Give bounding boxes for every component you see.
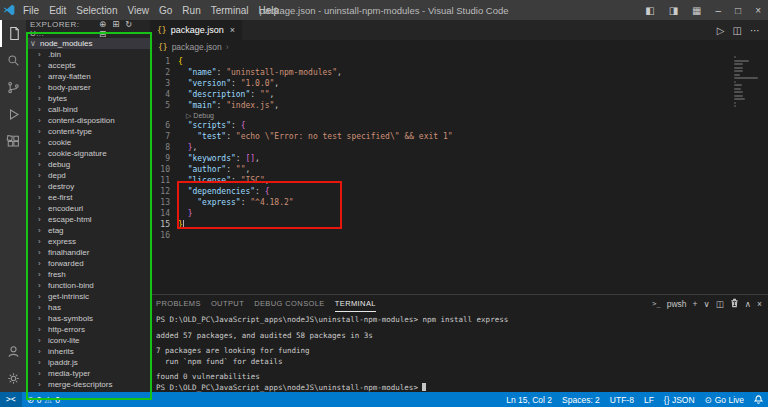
close-window-button[interactable]: × [748, 0, 768, 20]
line-text: "scripts": { [178, 120, 245, 131]
tree-item-function-bind[interactable]: ›function-bind [26, 280, 150, 291]
code-line-6: 6 "scripts": { [150, 120, 768, 131]
line-number: 14 [150, 208, 178, 219]
menu-edit[interactable]: Edit [44, 5, 71, 16]
problems-indicator[interactable]: ⊘ 0 ⚠ 0 [22, 395, 65, 405]
menu-selection[interactable]: Selection [71, 5, 122, 16]
status-utf-8[interactable]: UTF-8 [605, 392, 639, 407]
tree-item-content-type[interactable]: ›content-type [26, 126, 150, 137]
status-ln-15-col-2[interactable]: Ln 15, Col 2 [501, 392, 557, 407]
titlebar: FileEditSelectionViewGoRunTerminalHelp p… [0, 0, 768, 20]
code-line-15: 15} [150, 219, 768, 230]
tree-item-bytes[interactable]: ›bytes [26, 93, 150, 104]
tree-item-etag[interactable]: ›etag [26, 225, 150, 236]
minimize-button[interactable]: – [709, 0, 729, 20]
tree-item-call-bind[interactable]: ›call-bind [26, 104, 150, 115]
tree-item-fresh[interactable]: ›fresh [26, 269, 150, 280]
tree-item-.bin[interactable]: ›.bin [26, 49, 150, 60]
menu-file[interactable]: File [18, 5, 44, 16]
tree-item-content-disposition[interactable]: ›content-disposition [26, 115, 150, 126]
status-spaces-2[interactable]: Spaces: 2 [557, 392, 605, 407]
menu-run[interactable]: Run [177, 5, 205, 16]
panel-tab-output[interactable]: OUTPUT [211, 296, 244, 312]
maximize-panel-icon[interactable]: ∧ [745, 299, 751, 309]
tree-item-body-parser[interactable]: ›body-parser [26, 82, 150, 93]
refresh-icon[interactable]: ↻ [125, 20, 133, 29]
tab-package-json[interactable]: {} package.json × [150, 20, 243, 40]
split-terminal-icon[interactable]: ◫ [716, 299, 724, 309]
terminal-content[interactable]: PS D:\OLD_PC\JavaScript_apps\nodeJS\unin… [150, 313, 768, 392]
split-editor-icon[interactable]: ◫ [733, 25, 742, 36]
panel-tab-debug-console[interactable]: DEBUG CONSOLE [254, 296, 325, 312]
close-panel-icon[interactable]: × [757, 299, 762, 309]
toggle-sidebar-icon[interactable]: ◧ [638, 0, 661, 20]
tree-item-http-errors[interactable]: ›http-errors [26, 324, 150, 335]
tree-item-iconv-lite[interactable]: ›iconv-lite [26, 335, 150, 346]
tree-item-destroy[interactable]: ›destroy [26, 181, 150, 192]
run-debug-icon[interactable] [0, 101, 26, 128]
tree-item-escape-html[interactable]: ›escape-html [26, 214, 150, 225]
new-folder-icon[interactable]: ⊞ [112, 20, 120, 29]
search-icon[interactable] [0, 47, 26, 74]
tree-item-finalhandler[interactable]: ›finalhandler [26, 247, 150, 258]
tree-item-debug[interactable]: ›debug [26, 159, 150, 170]
tree-item-has[interactable]: ›has [26, 302, 150, 313]
remote-indicator[interactable]: >< [0, 392, 22, 407]
minimap-line [734, 81, 736, 83]
tree-item-encodeurl[interactable]: ›encodeurl [26, 203, 150, 214]
tree-item-merge-descriptors[interactable]: ›merge-descriptors [26, 379, 150, 390]
minimap[interactable] [734, 56, 760, 112]
menu-terminal[interactable]: Terminal [206, 5, 254, 16]
line-text: "name": "uninstall-npm-modules", [178, 67, 342, 78]
close-tab-icon[interactable]: × [230, 25, 235, 35]
tree-item-has-symbols[interactable]: ›has-symbols [26, 313, 150, 324]
menu-view[interactable]: View [123, 5, 155, 16]
code-line-11: 11 "license": "ISC", [150, 175, 768, 186]
tree-item-media-typer[interactable]: ›media-typer [26, 368, 150, 379]
tree-item-cookie[interactable]: ›cookie [26, 137, 150, 148]
tree-item-express[interactable]: ›express [26, 236, 150, 247]
extensions-icon[interactable] [0, 128, 26, 155]
terminal-dropdown-icon[interactable]: ∨ [704, 299, 710, 309]
new-file-icon[interactable]: ⊕ [99, 20, 107, 29]
tree-item-cookie-signature[interactable]: ›cookie-signature [26, 148, 150, 159]
line-text: }, [178, 142, 197, 153]
explorer-icon[interactable] [0, 20, 26, 47]
maximize-button[interactable]: □ [728, 0, 748, 20]
go-live-button[interactable]: ⊙ Go Live [700, 395, 749, 405]
terminal-line: found 0 vulnerabilities [156, 372, 768, 383]
menu-go[interactable]: Go [154, 5, 177, 16]
tree-item-get-intrinsic[interactable]: ›get-intrinsic [26, 291, 150, 302]
panel-tab-problems[interactable]: PROBLEMS [156, 296, 201, 312]
line-number: 11 [150, 175, 178, 186]
code-line-14: 14 } [150, 208, 768, 219]
status-lf[interactable]: LF [639, 392, 659, 407]
settings-gear-icon[interactable] [0, 365, 26, 392]
new-terminal-icon[interactable]: + [693, 299, 698, 309]
line-text: } [178, 208, 192, 219]
tree-item-label: get-intrinsic [48, 292, 89, 301]
run-icon[interactable]: ▷ [717, 25, 725, 36]
chevron-right-icon: › [38, 50, 46, 59]
panel-tab-terminal[interactable]: TERMINAL [335, 296, 376, 312]
code-editor[interactable]: 1{2 "name": "uninstall-npm-modules",3 "v… [150, 54, 768, 294]
source-control-icon[interactable] [0, 74, 26, 101]
tree-item-array-flatten[interactable]: ›array-flatten [26, 71, 150, 82]
account-icon[interactable] [0, 338, 26, 365]
notifications-bell-icon[interactable] [749, 395, 768, 404]
more-actions-icon[interactable]: ⋯ [750, 25, 760, 36]
tree-item-ipaddr.js[interactable]: ›ipaddr.js [26, 357, 150, 368]
tree-item-ee-first[interactable]: ›ee-first [26, 192, 150, 203]
tree-item-forwarded[interactable]: ›forwarded [26, 258, 150, 269]
tree-item-inherits[interactable]: ›inherits [26, 346, 150, 357]
toggle-panel-icon[interactable]: ◨ [662, 0, 685, 20]
tree-item-depd[interactable]: ›depd [26, 170, 150, 181]
tree-item-node-modules[interactable]: ∨ node_modules [26, 38, 150, 49]
tree-item-accepts[interactable]: ›accepts [26, 60, 150, 71]
customize-layout-icon[interactable]: ▦ [685, 0, 708, 20]
kill-terminal-icon[interactable] [730, 298, 739, 310]
breadcrumb[interactable]: {} package.json › [150, 40, 768, 54]
codelens-debug[interactable]: ▷ Debug [150, 111, 768, 120]
status--json[interactable]: {} JSON [659, 392, 700, 407]
terminal-shell-select[interactable]: pwsh [667, 299, 687, 309]
